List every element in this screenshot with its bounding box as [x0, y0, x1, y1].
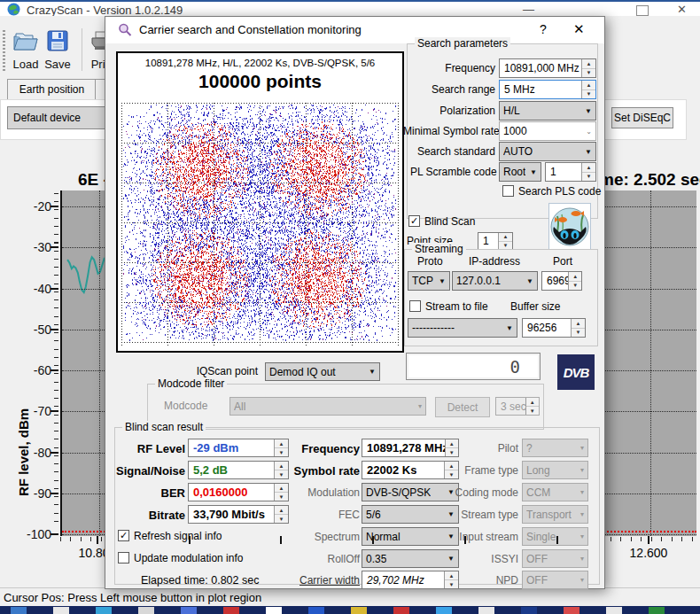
- rf-level-field[interactable]: -29 dBm▲▼: [188, 439, 289, 457]
- y-tick-label: -20: [9, 199, 51, 214]
- grid-vline: [99, 190, 100, 536]
- taskbar-icon-fragment[interactable]: [521, 607, 537, 614]
- device-selector[interactable]: Default device: [7, 106, 112, 129]
- ip-address-value: 127.0.0.1: [456, 275, 501, 287]
- elapsed-time-text: Elapsed time: 0.802 sec: [141, 574, 259, 587]
- open-folder-icon: [12, 28, 40, 53]
- min-symbol-rate-combo[interactable]: 1000 ⌄: [499, 121, 596, 141]
- search-range-spinner[interactable]: ▲▼: [581, 81, 595, 98]
- floppy-disk-icon: [45, 28, 70, 53]
- symbol-rate-label: Symbol rate: [280, 464, 360, 478]
- chevron-down-icon: ▾: [580, 488, 584, 496]
- search-pls-checkbox[interactable]: [502, 185, 514, 197]
- proto-label: Proto: [417, 255, 443, 268]
- search-standard-label: Search standard: [410, 145, 495, 158]
- refresh-signal-info-checkbox[interactable]: ✓: [118, 530, 129, 541]
- chevron-down-icon: ▼: [369, 368, 376, 376]
- carrier-width-value: 29,702 MHz: [362, 574, 424, 587]
- npd-combo: OFF▾: [522, 571, 588, 589]
- lcd-digit: 0: [510, 357, 520, 377]
- taskbar-icon-fragment[interactable]: [351, 607, 367, 614]
- proto-combo[interactable]: TCP ▼: [408, 271, 450, 291]
- polarization-combo[interactable]: H/L ▼: [499, 101, 596, 120]
- frequency-field[interactable]: 10891,000 MHz ▲▼: [499, 58, 596, 78]
- taskbar-icon-fragment[interactable]: [53, 607, 69, 614]
- pl-root-combo[interactable]: Root ▼: [499, 162, 541, 182]
- taskbar-icon-fragment[interactable]: [478, 607, 494, 614]
- pl-value-field[interactable]: 1 ▲▼: [545, 162, 596, 182]
- dialog-help-button[interactable]: ?: [540, 22, 547, 36]
- chevron-down-icon: ▾: [580, 532, 584, 540]
- close-button[interactable]: ✕: [677, 3, 687, 16]
- search-range-field[interactable]: 5 MHz ▲▼: [499, 80, 596, 99]
- dvb-logo-text: DVB: [564, 365, 589, 380]
- pl-value-spinner[interactable]: ▲▼: [581, 163, 595, 181]
- blind-scan-result-legend: Blind scan result: [122, 421, 206, 433]
- status-bar: Cursor Pos: Press Left mouse button in p…: [0, 587, 700, 606]
- buffer-size-label: Buffer size: [510, 300, 560, 313]
- constellation-points-count: 100000 points: [118, 71, 402, 92]
- ber-field[interactable]: 0,0160000▲▼: [188, 483, 289, 501]
- set-diseqc-button[interactable]: Set DiSEqC: [611, 107, 673, 128]
- blind-scan-checkbox[interactable]: ✓: [408, 215, 420, 227]
- port-label: Port: [553, 255, 572, 268]
- bitrate-field[interactable]: 33,790 Mbit/s▲▼: [188, 505, 289, 524]
- x-tick-mark: [648, 536, 649, 544]
- point-size-field[interactable]: 1 ▲▼: [478, 232, 513, 250]
- update-modulation-info-checkbox[interactable]: [118, 552, 129, 563]
- taskbar-icon-fragment[interactable]: [308, 607, 324, 614]
- npd-label: NPD: [439, 574, 518, 587]
- taskbar-icon-fragment[interactable]: [436, 607, 452, 614]
- min-symbol-rate-value: 1000: [503, 125, 527, 137]
- constellation-panel: 10891,278 MHz, H/L, 22002 Ks, DVB-S/QPSK…: [116, 51, 404, 353]
- frequency-spinner[interactable]: ▲▼: [581, 59, 595, 77]
- chevron-down-icon: ▼: [585, 148, 592, 156]
- ip-address-combo[interactable]: 127.0.0.1 ▼: [452, 271, 538, 291]
- signal-noise-field[interactable]: 5,2 dB▲▼: [188, 461, 289, 479]
- chevron-down-icon: ▼: [506, 324, 513, 332]
- taskbar-icon-fragment[interactable]: [606, 607, 622, 614]
- spectrum-label: Spectrum: [280, 531, 360, 543]
- toolbar-gripper[interactable]: [3, 30, 5, 73]
- port-field[interactable]: 6969 ▲▼: [541, 271, 582, 291]
- tab-earth-position[interactable]: Earth position: [7, 79, 97, 99]
- device-selector-value: Default device: [13, 112, 81, 124]
- maximize-button[interactable]: [636, 5, 649, 16]
- buffer-size-spinner[interactable]: ▲▼: [571, 319, 585, 337]
- pl-root-value: Root: [503, 166, 525, 178]
- taskbar-icon-fragment[interactable]: [96, 607, 112, 614]
- dialog-close-button[interactable]: ✕: [573, 21, 585, 37]
- minimize-button[interactable]: —: [523, 3, 534, 16]
- stream-file-combo[interactable]: ------------ ▼: [408, 318, 517, 338]
- taskbar-icon-fragment[interactable]: [138, 607, 154, 614]
- stream-to-file-checkbox[interactable]: [409, 300, 421, 312]
- magnifier-icon: [118, 23, 132, 37]
- buffer-size-field[interactable]: 96256 ▲▼: [522, 318, 586, 338]
- stream-type-combo: Transport▾: [522, 505, 588, 524]
- y-tick-label: -30: [9, 240, 51, 254]
- chevron-down-icon: ▾: [580, 576, 584, 584]
- modcode-label: Modcode: [164, 400, 207, 412]
- aquarium-icon-button[interactable]: [548, 203, 591, 250]
- iqscan-combo[interactable]: Demod IQ out ▼: [265, 362, 380, 381]
- taskbar-icon-fragment[interactable]: [11, 607, 27, 614]
- save-button[interactable]: Save: [41, 28, 74, 71]
- point-size-spinner[interactable]: ▲▼: [498, 233, 512, 249]
- taskbar-icon-fragment[interactable]: [649, 607, 665, 614]
- taskbar-icon-fragment[interactable]: [393, 607, 409, 614]
- taskbar-icon-fragment[interactable]: [181, 607, 197, 614]
- taskbar-icon-fragment[interactable]: [223, 607, 239, 614]
- y-tick-mark: [51, 206, 58, 207]
- ip-address-label: IP-address: [469, 255, 520, 268]
- dialog-titlebar[interactable]: Carrier search and Constellation monitor…: [105, 17, 604, 43]
- load-button[interactable]: Load: [9, 28, 43, 71]
- issyi-value: OFF: [526, 553, 548, 565]
- port-spinner[interactable]: ▲▼: [568, 272, 581, 290]
- search-standard-value: AUTO: [503, 145, 533, 158]
- search-standard-combo[interactable]: AUTO ▼: [499, 142, 596, 161]
- proto-value: TCP: [412, 275, 433, 287]
- windows-taskbar[interactable]: [0, 606, 700, 614]
- taskbar-icon-fragment[interactable]: [564, 607, 579, 614]
- taskbar-icon-fragment[interactable]: [266, 607, 282, 614]
- x-tick-mark: [372, 536, 374, 544]
